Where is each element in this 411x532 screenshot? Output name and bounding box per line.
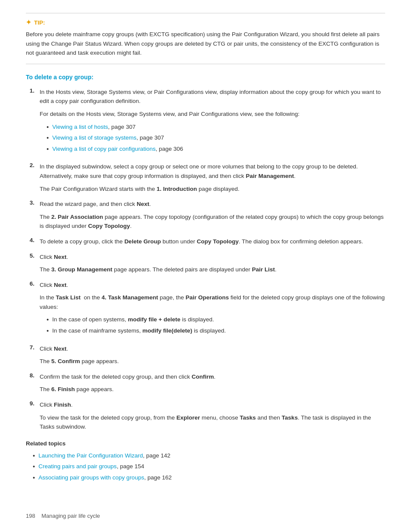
step-1: 1. In the Hosts view, Storage Systems vi… [26, 87, 385, 156]
tip-icon: ✦ [26, 19, 31, 26]
step-3-content: Read the wizard page, and then click Nex… [40, 199, 385, 231]
related-item-3: Associating pair groups with copy groups… [33, 473, 385, 482]
step-1-bullets: Viewing a list of hosts, page 307 Viewin… [47, 122, 385, 154]
step-5-content: Click Next. The 3. Group Management page… [40, 252, 385, 274]
step-5-main: Click Next. [40, 252, 385, 262]
link-associating-pairs[interactable]: Associating pair groups with copy groups [38, 474, 144, 481]
step-2-sub: The Pair Configuration Wizard starts wit… [40, 184, 385, 194]
step-1-sub: For details on the Hosts view, Storage S… [40, 109, 385, 119]
step-9-sub: To view the task for the deleted copy gr… [40, 413, 385, 432]
step-4-main: To delete a copy group, click the Delete… [40, 237, 385, 246]
related-topics-list: Launching the Pair Configuration Wizard,… [33, 451, 385, 482]
bullet-1-3: Viewing a list of copy pair configuratio… [47, 144, 385, 154]
step-3-sub: The 2. Pair Association page appears. Th… [40, 212, 385, 231]
step-6-main: Click Next. [40, 280, 385, 290]
link-creating-pairs[interactable]: Creating pairs and pair groups [38, 463, 117, 470]
bullet-6-1: In the case of open systems, modify file… [47, 315, 385, 324]
step-3: 3. Read the wizard page, and then click … [26, 199, 385, 231]
step-8-main: Confirm the task for the deleted copy gr… [40, 372, 385, 382]
footer-text: Managing pair life cycle [41, 513, 100, 519]
step-8-num: 8. [26, 372, 34, 379]
section-title: To delete a copy group: [26, 74, 385, 81]
step-8-sub: The 6. Finish page appears. [40, 385, 385, 394]
step-5-num: 5. [26, 252, 34, 259]
link-launching-wizard[interactable]: Launching the Pair Configuration Wizard [38, 452, 143, 459]
step-2: 2. In the displayed subwindow, select a … [26, 162, 385, 193]
step-4: 4. To delete a copy group, click the Del… [26, 237, 385, 246]
footer: 198 Managing pair life cycle [26, 513, 100, 519]
related-topics: Related topics Launching the Pair Config… [26, 440, 385, 482]
step-9: 9. Click Finish. To view the task for th… [26, 400, 385, 432]
step-2-main: In the displayed subwindow, select a cop… [40, 162, 385, 180]
link-viewing-hosts[interactable]: Viewing a list of hosts [52, 124, 108, 130]
tip-header: ✦ TIP: [26, 19, 385, 26]
step-6-sub: In the Task List on the 4. Task Manageme… [40, 293, 385, 311]
related-item-1: Launching the Pair Configuration Wizard,… [33, 451, 385, 460]
bullet-6-2: In the case of mainframe systems, modify… [47, 326, 385, 336]
related-topics-title: Related topics [26, 440, 385, 447]
step-6-bullets: In the case of open systems, modify file… [47, 315, 385, 335]
step-6: 6. Click Next. In the Task List on the 4… [26, 280, 385, 338]
step-3-main: Read the wizard page, and then click Nex… [40, 199, 385, 209]
page-container: ✦ TIP: Before you delete mainframe copy … [0, 0, 411, 532]
step-5-sub: The 3. Group Management page appears. Th… [40, 265, 385, 274]
step-4-content: To delete a copy group, click the Delete… [40, 237, 385, 246]
step-9-num: 9. [26, 400, 34, 407]
step-4-num: 4. [26, 237, 34, 243]
step-5: 5. Click Next. The 3. Group Management p… [26, 252, 385, 274]
step-7-main: Click Next. [40, 344, 385, 354]
step-6-num: 6. [26, 280, 34, 287]
tip-label: TIP: [34, 19, 45, 26]
tip-box: ✦ TIP: Before you delete mainframe copy … [26, 13, 385, 64]
step-7: 7. Click Next. The 5. Confirm page appea… [26, 344, 385, 366]
step-9-main: Click Finish. [40, 400, 385, 410]
step-1-content: In the Hosts view, Storage Systems view,… [40, 87, 385, 156]
step-8-content: Confirm the task for the deleted copy gr… [40, 372, 385, 394]
step-2-content: In the displayed subwindow, select a cop… [40, 162, 385, 193]
step-8: 8. Confirm the task for the deleted copy… [26, 372, 385, 394]
step-1-main: In the Hosts view, Storage Systems view,… [40, 87, 385, 106]
footer-page-num: 198 [26, 513, 35, 519]
step-6-content: Click Next. In the Task List on the 4. T… [40, 280, 385, 338]
related-item-2: Creating pairs and pair groups, page 154 [33, 462, 385, 471]
steps-list: 1. In the Hosts view, Storage Systems vi… [26, 87, 385, 432]
bullet-1-1: Viewing a list of hosts, page 307 [47, 122, 385, 132]
tip-body: Before you delete mainframe copy groups … [26, 30, 385, 58]
link-viewing-storage[interactable]: Viewing a list of storage systems [52, 134, 137, 141]
step-7-content: Click Next. The 5. Confirm page appears. [40, 344, 385, 366]
step-3-num: 3. [26, 199, 34, 206]
step-1-num: 1. [26, 87, 34, 94]
step-7-num: 7. [26, 344, 34, 351]
step-9-content: Click Finish. To view the task for the d… [40, 400, 385, 432]
link-viewing-copy-pair[interactable]: Viewing a list of copy pair configuratio… [52, 146, 156, 152]
bullet-1-2: Viewing a list of storage systems, page … [47, 133, 385, 143]
step-2-num: 2. [26, 162, 34, 168]
step-7-sub: The 5. Confirm page appears. [40, 357, 385, 366]
